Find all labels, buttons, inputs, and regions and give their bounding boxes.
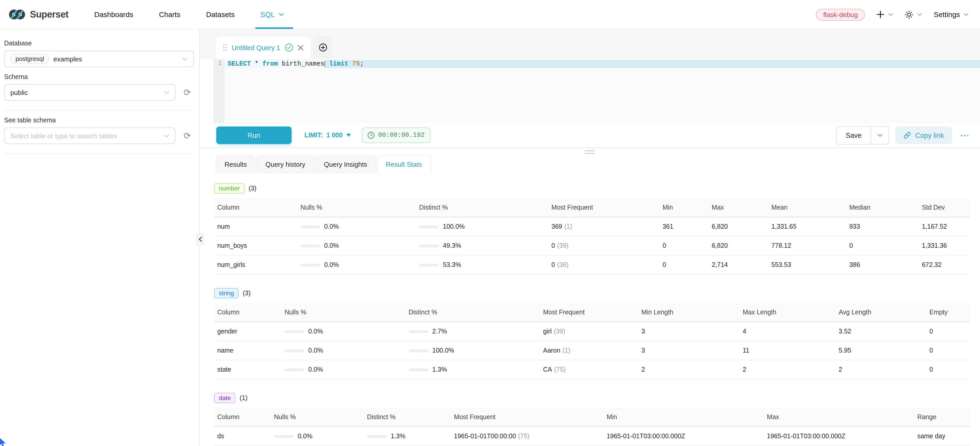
environment-badge: flask-debug: [816, 8, 865, 21]
superset-logo[interactable]: Superset: [8, 9, 68, 20]
copy-link-label: Copy link: [915, 132, 944, 139]
table-row: num 0.0% 100.0% 369(1) 361 6,820 1,331.6…: [214, 217, 970, 236]
sql-editor-pane: Untitled Query 1: [200, 29, 980, 446]
query-success-check-icon: [285, 43, 293, 52]
column-header: Min: [660, 198, 708, 217]
sql-code-editor[interactable]: 1 SELECT * from birth_names limit 75 ;: [213, 59, 980, 123]
distinct-bar: [419, 263, 439, 266]
superset-infinity-icon: [8, 9, 26, 20]
table-select[interactable]: Select table or type to search tables: [4, 127, 175, 144]
column-count: (1): [240, 394, 248, 401]
nulls-bar: [300, 244, 320, 247]
column-header: Max Length: [740, 303, 835, 322]
sun-icon: [905, 10, 914, 19]
chevron-down-icon: [164, 91, 169, 94]
more-actions-button[interactable]: ···: [960, 131, 970, 140]
limit-dropdown[interactable]: LIMIT: 1 000: [304, 132, 351, 139]
collapse-sidebar-button[interactable]: [196, 233, 204, 246]
distinct-bar: [419, 225, 439, 228]
nulls-bar: [300, 225, 320, 228]
result-stats-content: number (3) Column Nulls % Distinct % Mos…: [200, 174, 980, 446]
database-engine-tag: postgresql: [10, 54, 49, 64]
close-tab-icon[interactable]: [298, 45, 304, 50]
selection-fill: [364, 60, 980, 68]
refresh-icon: ⟳: [184, 88, 191, 97]
chevron-down-icon: [917, 13, 923, 16]
distinct-bar: [409, 368, 428, 371]
database-select[interactable]: postgresql examples: [4, 51, 194, 67]
nav-item-dashboards[interactable]: Dashboards: [94, 0, 133, 29]
column-header: Empty: [926, 303, 970, 322]
run-button[interactable]: Run: [216, 127, 291, 144]
caret-down-icon: [346, 134, 351, 137]
sql-keyword: from: [262, 60, 278, 68]
editor-toolbar: Run LIMIT: 1 000 00:00:00.192: [200, 123, 980, 148]
tab-query-insights[interactable]: Query Insights: [315, 155, 376, 174]
refresh-tables-button[interactable]: ⟳: [181, 131, 194, 141]
editor-gutter: 1: [213, 59, 224, 123]
table-header-row: Column Nulls % Distinct % Most Frequent …: [214, 303, 970, 322]
nav-item-charts[interactable]: Charts: [159, 0, 180, 29]
sql-semicolon: ;: [360, 60, 364, 68]
column-header: Avg Length: [835, 303, 926, 322]
new-item-button[interactable]: [877, 10, 894, 19]
schema-select-value: public: [10, 89, 159, 96]
column-header: Column: [214, 408, 271, 427]
sql-operator: *: [251, 60, 262, 68]
theme-toggle-button[interactable]: [905, 10, 923, 19]
column-header: Range: [914, 408, 970, 427]
copy-link-button[interactable]: Copy link: [896, 127, 952, 144]
sql-table-name: birth_names: [278, 60, 325, 68]
chevron-down-icon: [964, 13, 969, 16]
column-header: Column: [214, 303, 282, 322]
table-select-placeholder: Select table or type to search tables: [10, 132, 159, 140]
save-split-button[interactable]: Save: [836, 126, 889, 145]
chevron-down-icon: [888, 13, 894, 16]
column-header: Min: [603, 408, 764, 427]
add-query-tab-button[interactable]: [313, 36, 333, 59]
pane-resize-handle[interactable]: [200, 148, 980, 155]
drag-handle-icon[interactable]: [223, 44, 227, 51]
tab-results[interactable]: Results: [216, 155, 256, 174]
type-badge-number: number: [214, 183, 244, 194]
chevron-down-icon: [278, 13, 283, 16]
save-button[interactable]: Save: [836, 127, 871, 144]
column-header: Distinct %: [406, 303, 540, 322]
tab-query-history[interactable]: Query history: [257, 155, 314, 174]
type-badge-string: string: [214, 288, 239, 298]
column-count: (3): [243, 290, 251, 297]
schema-select[interactable]: public: [4, 84, 175, 101]
tab-result-stats[interactable]: Result Stats: [377, 155, 431, 174]
clock-icon: [367, 132, 374, 139]
nulls-bar: [285, 330, 304, 333]
sql-keyword: limit: [325, 60, 352, 68]
date-stats-table: Column Nulls % Distinct % Most Frequent …: [214, 408, 970, 446]
chevron-down-icon: [164, 134, 169, 138]
nav-item-sql[interactable]: SQL: [260, 0, 283, 29]
sql-number-literal: 75: [352, 60, 360, 68]
brand-name: Superset: [30, 9, 68, 20]
table-row: num_girls 0.0% 53.3% 0(36) 0 2,714 553.5…: [214, 255, 970, 274]
nulls-bar: [285, 368, 304, 371]
settings-menu[interactable]: Settings: [934, 10, 969, 19]
refresh-schemas-button[interactable]: ⟳: [181, 88, 194, 97]
nulls-bar: [285, 349, 304, 352]
sql-keyword: SELECT: [228, 60, 251, 68]
limit-value: 1 000: [326, 132, 343, 139]
column-header: Most Frequent: [548, 198, 660, 217]
column-header: Std Dev: [919, 198, 970, 217]
editor-code-area[interactable]: SELECT * from birth_names limit 75 ;: [224, 59, 980, 123]
save-options-button[interactable]: [871, 127, 889, 144]
column-header: Most Frequent: [540, 303, 638, 322]
nav-item-datasets[interactable]: Datasets: [206, 0, 235, 29]
column-header: Most Frequent: [451, 408, 603, 427]
distinct-bar: [409, 349, 428, 352]
limit-label: LIMIT:: [304, 132, 323, 139]
plus-icon: [877, 10, 885, 19]
table-row: state 0.0% 1.3% CA(75) 2 2 2 0: [214, 360, 970, 379]
refresh-icon: ⟳: [184, 131, 191, 141]
schema-label: Schema: [4, 73, 194, 81]
sql-lab-sidebar: Database postgresql examples Schema publ: [0, 29, 200, 446]
query-tab[interactable]: Untitled Query 1: [216, 36, 311, 59]
distinct-bar: [419, 244, 439, 247]
